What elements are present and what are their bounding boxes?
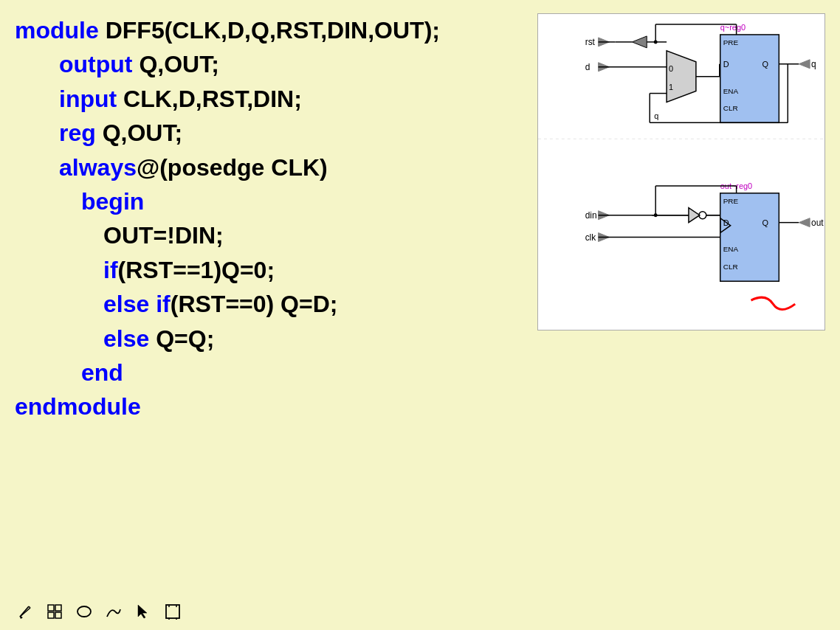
code-line-9: else if(RST==0) Q=D; bbox=[15, 287, 523, 321]
kw-end: end bbox=[81, 359, 123, 386]
svg-text:CLR: CLR bbox=[723, 263, 738, 271]
svg-rect-65 bbox=[48, 605, 54, 611]
svg-text:clk: clk bbox=[585, 232, 596, 243]
svg-text:D: D bbox=[723, 60, 729, 69]
code-line10-rest: Q=Q; bbox=[149, 325, 214, 352]
code-line-5: always@(posedge CLK) bbox=[15, 150, 523, 184]
svg-line-63 bbox=[20, 608, 30, 617]
toolbar bbox=[15, 599, 825, 623]
code-section: module DFF5(CLK,D,Q,RST,DIN,OUT); output… bbox=[15, 13, 825, 596]
kw-else2: else bbox=[103, 325, 149, 352]
svg-text:q: q bbox=[654, 111, 658, 120]
ellipse-icon[interactable] bbox=[74, 603, 94, 620]
svg-text:0: 0 bbox=[669, 64, 673, 73]
svg-rect-71 bbox=[166, 605, 179, 618]
code-line-2: output Q,OUT; bbox=[15, 47, 523, 81]
code-line-6: begin bbox=[15, 184, 523, 218]
svg-text:PRE: PRE bbox=[723, 38, 739, 46]
svg-text:Q: Q bbox=[762, 60, 768, 69]
code-line1-rest: DFF5(CLK,D,Q,RST,DIN,OUT); bbox=[99, 17, 440, 44]
svg-text:d: d bbox=[585, 62, 591, 72]
kw-if2: if bbox=[156, 291, 171, 317]
code-left: module DFF5(CLK,D,Q,RST,DIN,OUT); output… bbox=[15, 13, 523, 596]
svg-rect-66 bbox=[55, 605, 61, 611]
kw-endmodule: endmodule bbox=[15, 393, 141, 420]
kw-reg: reg bbox=[59, 120, 96, 146]
code-line9-rest: (RST==0) Q=D; bbox=[171, 291, 338, 317]
svg-rect-67 bbox=[48, 612, 54, 618]
code-line-7: OUT=!DIN; bbox=[15, 218, 523, 252]
curve-icon[interactable] bbox=[103, 603, 124, 620]
kw-if: if bbox=[103, 257, 118, 283]
kw-output: output bbox=[59, 51, 133, 77]
code-line7: OUT=!DIN; bbox=[103, 222, 224, 249]
svg-text:PRE: PRE bbox=[723, 197, 739, 205]
main-container: module DFF5(CLK,D,Q,RST,DIN,OUT); output… bbox=[0, 0, 840, 630]
circuit-svg: q~reg0 PRE D Q ENA CLR bbox=[538, 14, 824, 330]
kw-else1: else bbox=[103, 291, 149, 317]
code-line-8: if(RST==1)Q=0; bbox=[15, 253, 523, 287]
svg-rect-68 bbox=[55, 612, 61, 618]
kw-input: input bbox=[59, 86, 117, 112]
svg-text:q: q bbox=[811, 59, 816, 69]
cursor-icon[interactable] bbox=[133, 603, 154, 620]
code-line2-rest: Q,OUT; bbox=[133, 51, 219, 77]
circuit-diagram: q~reg0 PRE D Q ENA CLR bbox=[537, 13, 825, 330]
code-line-10: else Q=Q; bbox=[15, 322, 523, 356]
kw-always: always bbox=[59, 154, 137, 181]
svg-text:1: 1 bbox=[669, 83, 673, 91]
svg-text:din: din bbox=[585, 210, 597, 221]
svg-text:ENA: ENA bbox=[723, 245, 739, 253]
svg-text:rst: rst bbox=[585, 37, 596, 47]
kw-module: module bbox=[15, 17, 99, 44]
svg-text:out: out bbox=[811, 218, 824, 228]
grid-icon[interactable] bbox=[44, 603, 65, 620]
code-line-12: endmodule bbox=[15, 390, 523, 423]
circuit-area: q~reg0 PRE D Q ENA CLR bbox=[523, 13, 825, 596]
svg-point-33 bbox=[654, 40, 658, 44]
svg-text:CLR: CLR bbox=[723, 104, 738, 112]
code-line3-rest: CLK,D,RST,DIN; bbox=[117, 86, 302, 112]
svg-point-69 bbox=[78, 606, 91, 617]
frame-icon[interactable] bbox=[162, 603, 183, 620]
code-line4-rest: Q,OUT; bbox=[96, 120, 182, 146]
code-line-4: reg Q,OUT; bbox=[15, 116, 523, 150]
svg-text:Q: Q bbox=[762, 218, 768, 227]
svg-text:ENA: ENA bbox=[723, 87, 739, 95]
code-line-11: end bbox=[15, 356, 523, 390]
code-line8-rest: (RST==1)Q=0; bbox=[118, 257, 275, 283]
pencil-icon[interactable] bbox=[15, 603, 35, 620]
svg-marker-70 bbox=[138, 605, 147, 618]
code-line-1: module DFF5(CLK,D,Q,RST,DIN,OUT); bbox=[15, 13, 523, 47]
code-line-3: input CLK,D,RST,DIN; bbox=[15, 82, 523, 116]
kw-begin: begin bbox=[81, 188, 144, 215]
code-line5-rest: @(posedge CLK) bbox=[137, 154, 328, 181]
